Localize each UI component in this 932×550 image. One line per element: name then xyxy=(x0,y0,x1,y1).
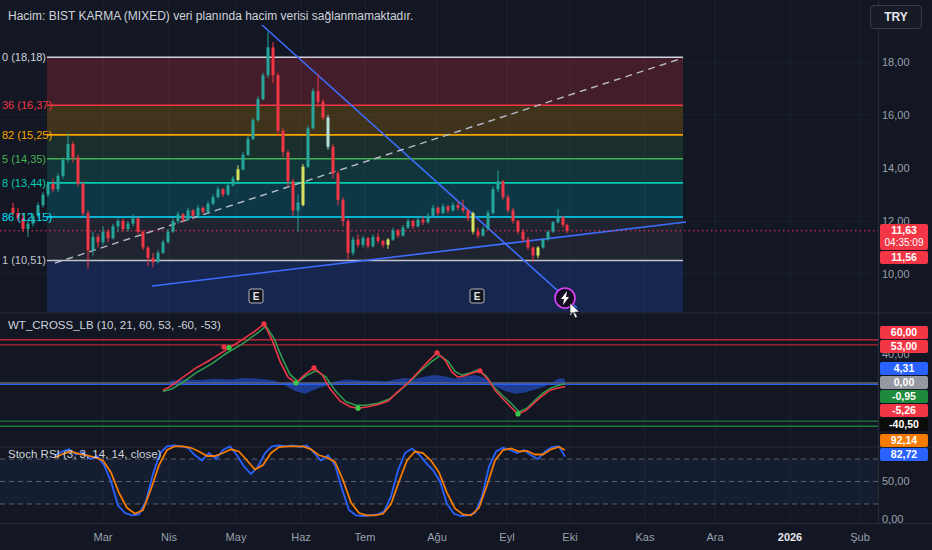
fib-level-label: 86 (12,15) xyxy=(2,211,52,223)
time-axis-label: Ağu xyxy=(427,531,447,543)
price-axis-separator xyxy=(878,0,879,523)
chart-canvas: EE xyxy=(0,0,932,550)
price-countdown: 04:35:09 xyxy=(880,237,928,249)
crosshair-value-badge: -40,50 xyxy=(880,418,928,431)
fib-level-label: 36 (16,37) xyxy=(2,99,52,111)
currency-button[interactable]: TRY xyxy=(870,5,922,29)
time-axis-label: Ara xyxy=(706,531,723,543)
wt1-line xyxy=(163,324,565,414)
time-axis-label: Şub xyxy=(850,531,870,543)
wt-level-53-badge: 53,00 xyxy=(880,340,928,353)
price-axis-tick: 50,00 xyxy=(882,475,910,487)
wt-vwap-badge: 4,31 xyxy=(880,362,928,375)
time-axis-label: 2026 xyxy=(778,531,802,543)
time-axis-label: Nis xyxy=(161,531,177,543)
wt-pane-title: WT_CROSS_LB (10, 21, 60, 53, -60, -53) xyxy=(8,319,221,331)
price-low-badge: 11,56 xyxy=(880,251,928,264)
stoch-k-badge: 82,72 xyxy=(880,448,928,461)
price-axis-tick: 14,00 xyxy=(882,162,910,174)
svg-text:E: E xyxy=(474,291,481,302)
svg-text:E: E xyxy=(253,291,260,302)
wt2-value-badge: -0,95 xyxy=(880,390,928,403)
time-axis-separator xyxy=(0,523,932,524)
time-axis-label: Mar xyxy=(94,531,113,543)
fib-level-label: 8 (13,44) xyxy=(2,177,46,189)
price-axis-tick: 0,00 xyxy=(882,513,903,525)
price-axis-tick: 18,00 xyxy=(882,56,910,68)
fib-level-label: 82 (15,25) xyxy=(2,129,52,141)
time-axis-label: Kas xyxy=(636,531,655,543)
wt-zero-badge: 0,00 xyxy=(880,376,928,389)
volume-notice: Hacim: BIST KARMA (MIXED) veri planında … xyxy=(8,9,413,23)
time-axis-label: Eki xyxy=(562,531,577,543)
current-price-badge: 11,6304:35:09 xyxy=(880,224,928,250)
stoch-pane-title: Stoch RSI (3, 3, 14, 14, close) xyxy=(8,448,161,460)
time-axis-label: Tem xyxy=(355,531,376,543)
wt-pane xyxy=(0,321,878,426)
wt1-value-badge: -5,26 xyxy=(880,404,928,417)
trading-chart-app: EE Hacim: BIST KARMA (MIXED) veri planın… xyxy=(0,0,932,550)
price-axis-tick: 16,00 xyxy=(882,109,910,121)
time-axis-label: Haz xyxy=(291,531,311,543)
stoch-d-badge: 92,14 xyxy=(880,434,928,447)
time-axis-label: Eyl xyxy=(499,531,514,543)
fib-level-label: 5 (14,35) xyxy=(2,153,46,165)
time-axis-label: May xyxy=(226,531,247,543)
fib-level-label: 0 (18,18) xyxy=(2,51,46,63)
wt2-line xyxy=(163,326,565,412)
price-axis-tick: 10,00 xyxy=(882,268,910,280)
wt-level-60-badge: 60,00 xyxy=(880,326,928,339)
fib-level-label: 1 (10,51) xyxy=(2,254,46,266)
